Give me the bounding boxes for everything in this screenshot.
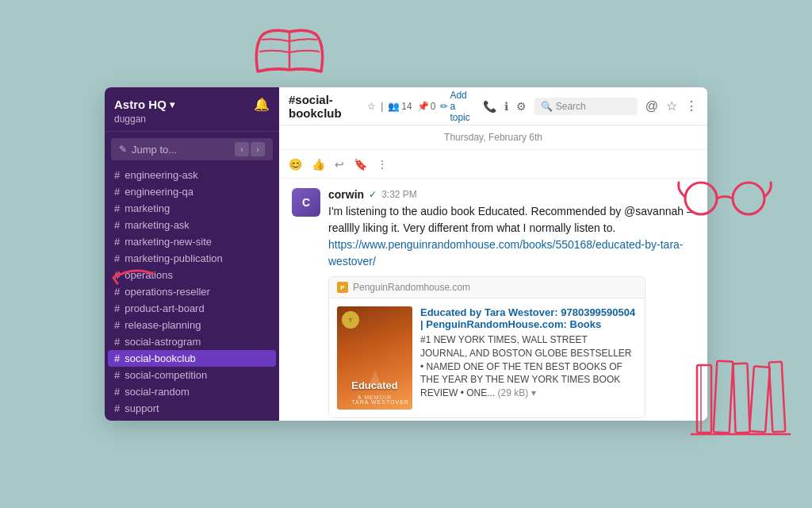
svg-rect-6	[749, 366, 770, 432]
hash-icon: #	[114, 336, 120, 348]
hash-icon: #	[114, 302, 120, 314]
jump-to-button[interactable]: ✎ Jump to... ‹ ›	[111, 138, 273, 160]
link-preview: P PenguinRandomhouse.com T Educated	[328, 276, 645, 418]
more-icon[interactable]: ⋮	[685, 98, 698, 114]
message-body: corwin ✓ 3:32 PM I'm listening to the au…	[328, 188, 695, 421]
medal-icon: T	[342, 311, 359, 329]
compose-icon: ✎	[119, 144, 127, 155]
book-cover: T Educated A MEMOIR TARA WESTOVER	[337, 306, 412, 410]
svg-point-1	[733, 183, 764, 214]
channel-item-release-planning[interactable]: # release-planning	[105, 317, 279, 333]
channel-name: social-astrogram	[124, 336, 201, 348]
gear-icon[interactable]: ⚙	[516, 100, 527, 113]
channel-item-marketing[interactable]: # marketing	[105, 200, 279, 217]
date-divider: Thursday, February 6th	[279, 125, 707, 150]
members-count: 👥 14	[388, 101, 412, 112]
verified-icon: ✓	[369, 189, 377, 200]
hash-icon: #	[114, 252, 120, 264]
channel-item-support[interactable]: # support	[105, 400, 279, 417]
channel-name: operations	[124, 269, 173, 281]
channel-name: marketing	[124, 202, 170, 214]
workspace-user: duggan	[114, 114, 270, 125]
channel-name: marketing-new-site	[124, 236, 212, 248]
timestamp: 3:32 PM	[381, 189, 417, 200]
channel-item-marketing-new-site[interactable]: # marketing-new-site	[105, 233, 279, 250]
hash-icon: #	[114, 169, 120, 181]
search-box[interactable]: 🔍 Search	[534, 98, 638, 115]
info-icon[interactable]: ℹ	[504, 100, 508, 113]
channel-item-marketing-publication[interactable]: # marketing-publication	[105, 250, 279, 267]
channel-item-support-team[interactable]: 🔒 support-team	[105, 417, 279, 421]
channel-name: product-art-board	[124, 302, 204, 314]
svg-rect-5	[733, 364, 750, 433]
channel-item-social-random[interactable]: # social-random	[105, 383, 279, 400]
reply-icon[interactable]: ↩	[335, 158, 344, 171]
bookmark-icon[interactable]: ☆	[666, 98, 677, 114]
channel-item-social-competition[interactable]: # social-competition	[105, 367, 279, 383]
message-text: I'm listening to the audio book Educated…	[328, 203, 695, 270]
link-preview-header: P PenguinRandomhouse.com	[329, 277, 645, 298]
emoji-reaction-icon[interactable]: 😊	[289, 158, 302, 171]
at-icon[interactable]: @	[645, 99, 658, 114]
link-preview-body: T Educated A MEMOIR TARA WESTOVER	[329, 298, 645, 418]
message-toolbar: 😊 👍 ↩ 🔖 ⋮	[279, 150, 707, 179]
channel-title: #social-bookclub	[289, 93, 358, 120]
channel-item-product-art-board[interactable]: # product-art-board	[105, 300, 279, 317]
workspace-name[interactable]: Astro HQ ▾	[114, 98, 174, 111]
header-meta: ☆ | 👥 14 📌 0 ✏ Add a topic	[367, 90, 470, 123]
search-icon: 🔍	[541, 101, 553, 112]
sender-avatar: C	[292, 188, 320, 217]
hash-icon: #	[114, 386, 120, 398]
bell-icon[interactable]: 🔔	[254, 97, 270, 112]
phone-icon[interactable]: 📞	[483, 100, 496, 113]
channel-name: support-team	[128, 419, 190, 421]
forward-arrow-icon[interactable]: ›	[251, 142, 265, 156]
channel-name: marketing-ask	[124, 219, 190, 231]
channel-list: # engineering-ask # engineering-qa # mar…	[105, 164, 279, 421]
app-window: Astro HQ ▾ 🔔 duggan ✎ Jump to... ‹ › #	[105, 87, 707, 421]
add-topic[interactable]: ✏ Add a topic	[440, 90, 469, 123]
pins-count: 📌 0	[417, 101, 436, 112]
bookmark-icon[interactable]: 🔖	[354, 158, 367, 171]
link-domain: PenguinRandomhouse.com	[353, 282, 470, 293]
channel-name: social-competition	[124, 369, 207, 381]
channel-item-social-astrogram[interactable]: # social-astrogram	[105, 333, 279, 350]
messages-area: C corwin ✓ 3:32 PM I'm listening to the …	[279, 179, 707, 421]
hash-icon: #	[114, 402, 120, 414]
hash-icon: #	[114, 369, 120, 381]
hash-icon: #	[114, 352, 120, 364]
channel-item-marketing-ask[interactable]: # marketing-ask	[105, 217, 279, 233]
channel-name: release-planning	[124, 319, 201, 331]
thumbsup-icon[interactable]: 👍	[312, 158, 325, 171]
channel-name: operations-reseller	[124, 286, 210, 298]
message: C corwin ✓ 3:32 PM I'm listening to the …	[292, 188, 695, 421]
sidebar-header: Astro HQ ▾ 🔔 duggan	[105, 87, 279, 132]
channel-item-engineering-ask[interactable]: # engineering-ask	[105, 167, 279, 183]
hash-icon: #	[114, 286, 120, 298]
hash-icon: #	[114, 319, 120, 331]
message-link[interactable]: https://www.penguinrandomhouse.com/books…	[328, 238, 684, 267]
channel-item-social-bookclub[interactable]: # social-bookclub	[108, 350, 276, 367]
workspace-name-label: Astro HQ	[114, 98, 167, 111]
jump-to-label: Jump to...	[132, 144, 177, 156]
hash-icon: #	[114, 186, 120, 198]
sidebar: Astro HQ ▾ 🔔 duggan ✎ Jump to... ‹ › #	[105, 87, 279, 421]
channel-name: engineering-ask	[124, 169, 198, 181]
date-label: Thursday, February 6th	[444, 132, 542, 143]
preview-desc: #1 NEW YORK TIMES, WALL STREET JOURNAL, …	[420, 333, 637, 400]
favicon: P	[337, 282, 348, 293]
more-actions-icon[interactable]: ⋮	[377, 158, 388, 171]
message-header: corwin ✓ 3:32 PM	[328, 188, 695, 201]
channel-item-engineering-qa[interactable]: # engineering-qa	[105, 183, 279, 200]
book-figure	[369, 370, 381, 386]
channel-name: support	[124, 402, 159, 414]
channel-name: marketing-publication	[124, 252, 223, 264]
hash-icon: #	[114, 236, 120, 248]
star-icon[interactable]: ☆	[367, 101, 376, 112]
channel-item-operations[interactable]: # operations	[105, 267, 279, 283]
main-content: #social-bookclub ☆ | 👥 14 📌 0 ✏ Add a to…	[279, 87, 707, 421]
preview-size: (29 kB) ▾	[498, 387, 536, 398]
channel-item-operations-reseller[interactable]: # operations-reseller	[105, 283, 279, 300]
back-arrow-icon[interactable]: ‹	[235, 142, 249, 156]
book-author: TARA WESTOVER	[351, 399, 409, 405]
